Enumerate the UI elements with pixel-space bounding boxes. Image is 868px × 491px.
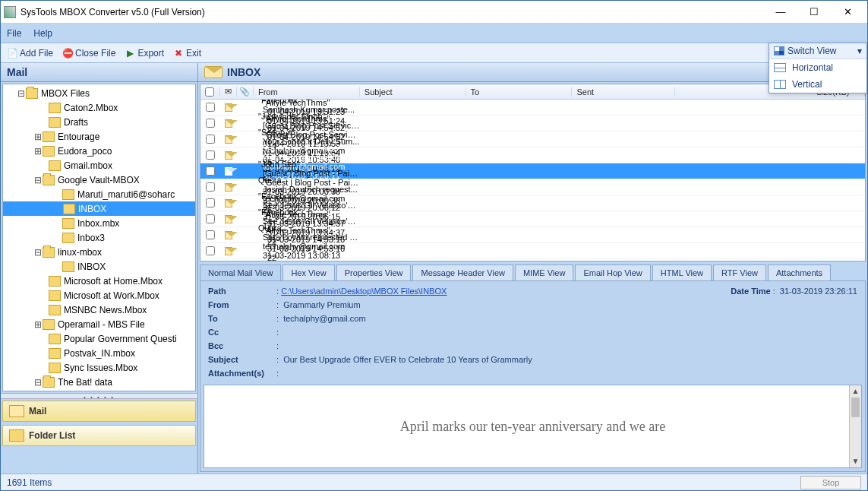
row-checkbox[interactable]: [206, 150, 215, 160]
tree-item[interactable]: ⊟The Bat! data: [3, 375, 195, 389]
export-icon: ▶: [125, 48, 135, 59]
scroll-thumb[interactable]: [851, 398, 860, 417]
tab-message-header-view[interactable]: Message Header View: [412, 265, 513, 280]
right-panel: INBOX ✉ 📎 From Subject To Sent Size(KB) …: [198, 63, 867, 474]
meta-path-link[interactable]: C:\Users\admin\Desktop\MBOX Files\INBOX: [281, 287, 447, 296]
tree-toggle-icon[interactable]: ⊞: [33, 319, 43, 330]
tree-item[interactable]: Gmail.mbox: [3, 158, 195, 173]
tab-properties-view[interactable]: Properties View: [336, 265, 412, 280]
list-body[interactable]: "Facebook" See Jesús Gil Velasco's ... "…: [200, 100, 865, 261]
tree-item[interactable]: INBOX: [3, 201, 195, 216]
col-subject[interactable]: Subject: [360, 87, 466, 97]
mail-icon: [225, 135, 232, 144]
scroll-up-icon[interactable]: ▲: [850, 385, 861, 398]
tree-item[interactable]: ⊞Eudora_poco: [3, 144, 195, 158]
row-checkbox[interactable]: [206, 166, 215, 176]
tree-toggle-icon[interactable]: ⊟: [33, 175, 43, 185]
tree-toggle-icon[interactable]: ⊟: [17, 88, 26, 99]
row-checkbox[interactable]: [206, 246, 215, 255]
tree-toggle-icon[interactable]: ⊞: [33, 131, 43, 142]
tree-item[interactable]: Sync Issues.Mbox: [3, 360, 195, 375]
nav-mail[interactable]: Mail: [2, 401, 196, 422]
tree-item[interactable]: Inbox3: [3, 230, 195, 245]
inbox-icon: [204, 66, 223, 78]
row-checkbox[interactable]: [206, 230, 215, 239]
tree-item[interactable]: Maruti_maruti6@soharc: [3, 187, 195, 201]
tab-html-view[interactable]: HTML View: [652, 265, 712, 280]
menu-file[interactable]: File: [7, 28, 21, 39]
row-checkbox[interactable]: [206, 198, 215, 207]
tree-label: Maruti_maruti6@soharc: [77, 189, 175, 200]
tree-toggle-icon[interactable]: ⊟: [33, 247, 43, 258]
meta-subject-label: Subject: [208, 355, 276, 364]
tab-rtf-view[interactable]: RTF View: [713, 265, 766, 280]
folder-tree[interactable]: ⊟MBOX FilesCaton2.MboxDrafts⊞Entourage⊞E…: [2, 84, 196, 391]
row-checkbox[interactable]: [206, 135, 215, 144]
switch-horizontal[interactable]: Horizontal: [769, 59, 866, 76]
tree-toggle-icon[interactable]: ⊞: [33, 146, 43, 157]
folder-icon: [49, 276, 61, 287]
tree-item[interactable]: ⊟MBOX Files: [3, 86, 195, 100]
tab-email-hop-view[interactable]: Email Hop View: [575, 265, 650, 280]
tree-item[interactable]: inbox.mbox: [3, 389, 195, 391]
tree-item[interactable]: ⊟linux-mbox: [3, 245, 195, 259]
mail-body-view[interactable]: April marks our ten-year anniversary and…: [204, 385, 862, 468]
col-checkbox[interactable]: [200, 87, 220, 97]
col-icon2[interactable]: 📎: [237, 87, 254, 97]
tree-item[interactable]: INBOX: [3, 259, 195, 274]
meta-path-label: Path: [208, 287, 276, 296]
tab-hex-view[interactable]: Hex View: [282, 265, 334, 280]
mail-row[interactable]: Quora Sara Lovato requested y... techalp…: [200, 243, 865, 259]
export-button[interactable]: ▶Export: [122, 46, 167, 60]
close-file-button[interactable]: ⛔Close File: [59, 46, 118, 60]
stop-button[interactable]: Stop: [800, 476, 861, 489]
scroll-down-icon[interactable]: ▼: [850, 455, 861, 467]
nav-folder-list[interactable]: Folder List: [2, 425, 196, 446]
exit-button[interactable]: ✖Exit: [170, 46, 204, 60]
cell-sent: 31-03-2019 13:08:13: [258, 251, 360, 260]
close-button[interactable]: ✕: [831, 2, 864, 23]
tab-mime-view[interactable]: MIME View: [515, 265, 573, 280]
row-checkbox[interactable]: [206, 214, 215, 223]
switch-view-button[interactable]: Switch View▾: [769, 43, 866, 59]
tab-normal-mail-view[interactable]: Normal Mail View: [200, 265, 281, 280]
folder-icon: [49, 334, 61, 344]
mail-icon: [225, 103, 232, 112]
tree-item[interactable]: Caton2.Mbox: [3, 100, 195, 115]
tree-item[interactable]: Microsoft at Work.Mbox: [3, 288, 195, 303]
tree-label: Popular Government Questi: [64, 334, 177, 344]
splitter[interactable]: • • • • •: [1, 393, 197, 399]
mail-meta: Path: C:\Users\admin\Desktop\MBOX Files\…: [200, 281, 865, 382]
folder-icon: [49, 290, 61, 301]
switch-vertical[interactable]: Vertical: [769, 76, 866, 93]
maximize-button[interactable]: ☐: [797, 2, 831, 23]
meta-datetime-value: 31-03-2019 23:26:11: [780, 287, 857, 296]
tree-item[interactable]: Popular Government Questi: [3, 331, 195, 346]
folder-icon: [43, 319, 55, 330]
body-scrollbar[interactable]: ▲ ▼: [849, 385, 861, 467]
tab-attachments[interactable]: Attachments: [768, 265, 831, 280]
add-file-button[interactable]: 📄Add File: [4, 46, 56, 60]
col-from[interactable]: From: [254, 87, 360, 97]
tree-item[interactable]: ⊞Operamail - MBS File: [3, 317, 195, 331]
col-sent[interactable]: Sent: [572, 87, 675, 97]
tree-item[interactable]: Microsoft at Home.Mbox: [3, 274, 195, 288]
col-icon1[interactable]: ✉: [220, 87, 237, 97]
mail-icon: [225, 199, 232, 207]
col-to[interactable]: To: [466, 87, 573, 97]
folder-icon: [49, 348, 61, 359]
tree-item[interactable]: Postvak_IN.mbox: [3, 346, 195, 360]
row-checkbox[interactable]: [206, 119, 215, 128]
row-checkbox[interactable]: [206, 103, 215, 112]
tree-item[interactable]: Inbox.mbx: [3, 216, 195, 230]
meta-att-label: Attachment(s): [208, 369, 276, 378]
tree-item[interactable]: Drafts: [3, 115, 195, 129]
row-checkbox[interactable]: [206, 182, 215, 192]
minimize-button[interactable]: —: [764, 2, 797, 23]
menu-help[interactable]: Help: [33, 28, 52, 39]
tree-item[interactable]: ⊞Entourage: [3, 129, 195, 144]
tree-toggle-icon[interactable]: ⊟: [33, 377, 43, 388]
meta-to-label: To: [208, 314, 276, 323]
tree-item[interactable]: MSNBC News.Mbox: [3, 303, 195, 317]
tree-item[interactable]: ⊟Google Vault-MBOX: [3, 173, 195, 187]
